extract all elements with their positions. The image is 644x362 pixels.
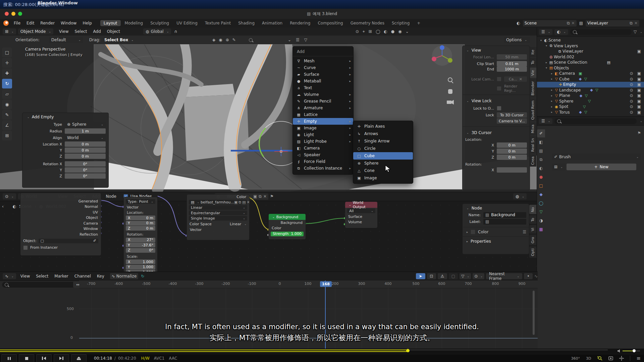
mapping-field[interactable]: Z0° <box>126 248 155 253</box>
viewport-display-icon[interactable]: ⊞ <box>369 29 372 34</box>
expander-icon[interactable]: ▸ <box>550 111 554 114</box>
graph-menu-item[interactable]: Channel <box>71 274 94 279</box>
overlay-icon[interactable]: ▽ <box>304 38 307 42</box>
viewport-menu-item[interactable]: Object <box>104 29 123 34</box>
properties-tab[interactable]: ▦ <box>537 225 545 233</box>
expander-icon[interactable]: ▾ <box>544 66 548 69</box>
workspace-tab[interactable]: Rendering <box>286 20 314 26</box>
hide-eye-icon[interactable]: ⊙ <box>630 77 633 81</box>
sidebar-tab[interactable]: Quad Rem <box>529 99 536 121</box>
add-menu-item[interactable]: ∮ Force Field <box>293 158 353 165</box>
add-menu-item[interactable]: ▰ Surface ▸ <box>293 71 353 78</box>
object-field[interactable]: ▢✐ <box>39 239 98 243</box>
shader-sidebar-tab[interactable]: Gro <box>529 235 536 245</box>
topbar-menu-item[interactable]: Window <box>58 21 79 25</box>
workspace-tab[interactable]: Modeling <box>121 20 147 26</box>
ghost-curves-button[interactable]: ▢ <box>449 273 458 279</box>
add-menu-item[interactable]: ∇ Mesh ▸ <box>293 58 353 64</box>
pause-button[interactable] <box>1 354 17 362</box>
editor-type-button[interactable]: ∿⌄ <box>3 273 16 279</box>
empty-submenu-item[interactable]: □ Cube <box>353 152 413 160</box>
cursor-axis-field[interactable]: 0 m <box>497 155 527 160</box>
new-button[interactable]: + New <box>567 164 636 170</box>
close-icon[interactable]: ✕ <box>634 21 638 25</box>
snap-dropdown[interactable]: Nearest Frame ⌄ <box>486 273 522 279</box>
sidebar-tab[interactable]: To <box>529 58 536 67</box>
mapping-field[interactable]: Y-37.6° <box>126 243 155 247</box>
add-menu-item[interactable]: ⋔ Armature ▸ <box>293 105 353 111</box>
hide-eye-icon[interactable]: ⊙ <box>630 104 633 109</box>
orientation-dropdown[interactable]: Default ⌄ <box>49 37 83 43</box>
tool-button[interactable]: □ <box>2 48 12 57</box>
shader-sidebar-tab[interactable]: Vi <box>529 225 536 234</box>
workspace-tab[interactable]: Compositing <box>314 20 346 26</box>
expander-icon[interactable]: ▸ <box>550 94 554 97</box>
add-menu-item[interactable]: ~ Curve ▸ <box>293 64 353 71</box>
tool-button[interactable]: ✎ <box>2 110 12 120</box>
properties-tab[interactable]: ◐ <box>537 164 545 172</box>
unlink-icon[interactable]: ✕ <box>247 200 250 204</box>
colorspace-dropdown[interactable]: Linear⌄ <box>230 222 247 226</box>
pivot-dropdown[interactable]: ⊙⌄ <box>473 273 484 279</box>
disable-render-icon[interactable]: ▣ <box>637 99 641 104</box>
scene-selector[interactable]: Scene ⧉ ✕ <box>523 20 577 26</box>
render-region-checkbox[interactable] <box>497 86 501 91</box>
add-menu-item[interactable]: a Text <box>293 84 353 91</box>
display-mode-dropdown[interactable]: ☰⌄ <box>539 29 552 35</box>
expander-icon[interactable]: ▸ <box>550 100 554 103</box>
add-empty-header[interactable]: ⌄ Add Empty <box>22 113 108 121</box>
image-datablock[interactable]: ▤⌄belfast_farmhou... ▣⧉▤✕ <box>189 200 247 204</box>
expander-icon[interactable]: ▸ <box>550 88 554 92</box>
list-menu-icon[interactable]: ☰ <box>523 230 526 234</box>
tool-button[interactable]: ✚ <box>2 68 12 78</box>
empty-type-dropdown[interactable]: ⊕ Sphere ⌄ <box>65 122 106 127</box>
cursor-axis-field[interactable]: 0 m <box>497 142 527 148</box>
properties-search-input[interactable] <box>554 118 637 124</box>
shading-icon[interactable]: ⊕ <box>226 38 229 42</box>
output-target-dropdown[interactable]: All⌄ <box>347 208 375 213</box>
tool-button[interactable]: ↻ <box>2 79 12 88</box>
strength-field[interactable]: Strength 1.000 <box>271 232 304 236</box>
proportional-edit-button[interactable]: • <box>524 273 533 279</box>
camera-to-view-button[interactable]: Camera to V... <box>497 118 527 124</box>
workspace-tab[interactable]: Layout <box>100 20 121 26</box>
hide-eye-icon[interactable]: ⊙ <box>630 93 633 98</box>
overlay-icon[interactable]: ☰ <box>296 38 300 42</box>
editor-type-button[interactable]: ⊞ ⌄ <box>3 28 16 35</box>
mapping-field[interactable]: X27° <box>126 238 155 242</box>
cursor-rotation-x-field[interactable] <box>497 167 527 173</box>
lock-to-object-checkbox[interactable] <box>497 106 501 111</box>
properties-tab[interactable]: □ <box>537 182 545 190</box>
progress-knob[interactable] <box>406 349 410 352</box>
location-field[interactable]: 0 m <box>65 147 106 153</box>
add-menu-item[interactable]: ✎ Grease Pencil ▸ <box>293 98 353 105</box>
workspace-tab[interactable]: Sculpting <box>147 20 172 26</box>
world-output-header[interactable]: ⌄ World Output <box>345 202 377 208</box>
filter-dropdown[interactable]: ▽⌄ <box>460 273 471 279</box>
workspace-tab[interactable]: Scripting <box>388 20 413 26</box>
local-camera-checkbox[interactable] <box>497 77 501 81</box>
expander-icon[interactable]: ▸ <box>550 77 554 80</box>
clip-start-field[interactable]: 0.01 m <box>497 61 527 66</box>
rotation-field[interactable]: 0° <box>65 167 106 173</box>
current-frame-badge[interactable]: 168 <box>320 281 332 287</box>
gear-icon[interactable] <box>619 356 624 361</box>
add-menu-item[interactable]: ☁ Volume ▸ <box>293 91 353 98</box>
mapping-field[interactable]: X0 m <box>126 216 155 220</box>
snap-magnet-icon[interactable]: ∩ <box>171 29 180 34</box>
volume-knob[interactable] <box>633 349 636 352</box>
topbar-menu-item[interactable]: Edit <box>23 21 37 25</box>
viewport-display-icon[interactable]: ◉ <box>398 29 401 34</box>
view-panel-header[interactable]: ⌄ View <box>463 47 530 54</box>
mapping-field[interactable]: Y1.000 <box>126 265 155 269</box>
expander-icon[interactable]: ▾ <box>539 39 543 42</box>
empty-submenu-item[interactable]: ✛ Plain Axes <box>353 123 413 130</box>
radius-field[interactable]: 1 m <box>65 128 106 134</box>
disable-render-icon[interactable]: ▣ <box>637 104 641 109</box>
blender-logo-icon[interactable] <box>3 20 9 26</box>
workspace-tab[interactable]: Animation <box>259 20 286 26</box>
from-instancer-checkbox[interactable] <box>23 245 28 250</box>
topbar-menu-item[interactable]: Help <box>79 21 95 25</box>
workspace-tab[interactable]: UV Editing <box>173 20 201 26</box>
empty-submenu-item[interactable]: △ Cone <box>353 167 413 174</box>
